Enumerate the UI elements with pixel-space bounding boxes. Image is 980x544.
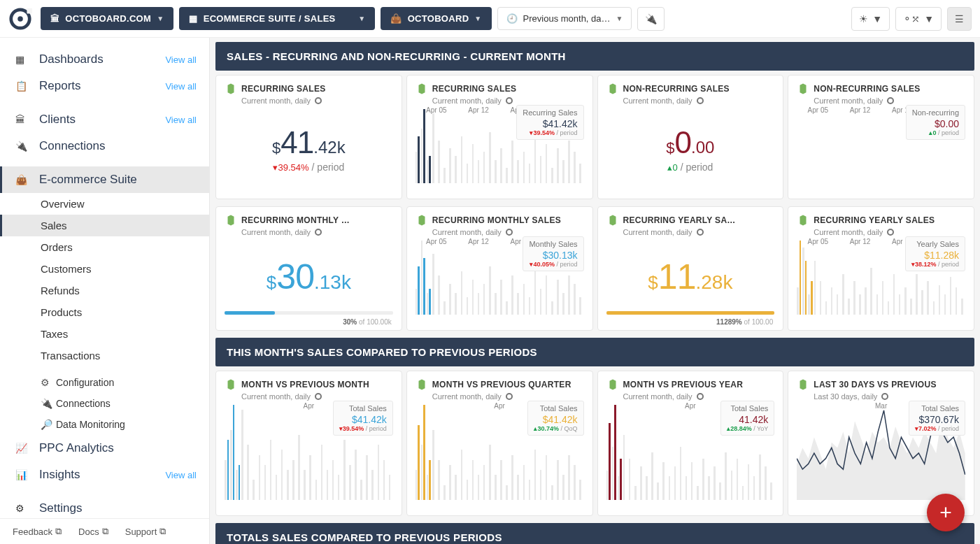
chart-overlay: Total Sales $41.42k ▴30.74% / QoQ: [527, 401, 583, 436]
nav-configuration[interactable]: ⚙Configuration: [0, 372, 209, 393]
nav-connections-sub[interactable]: 🔌Connections: [0, 393, 209, 414]
shopify-icon: [606, 378, 619, 391]
suite-label: ECOMMERCE SUITE / SALES: [204, 13, 336, 24]
hamburger-icon: ☰: [955, 13, 964, 24]
shopify-icon: [606, 214, 619, 227]
ppc-icon: 📈: [15, 443, 29, 454]
feedback-link[interactable]: Feedback⧉: [13, 526, 62, 537]
share-dropdown[interactable]: ⚬⤱▼: [895, 7, 942, 31]
org-label: OCTOBOARD.COM: [65, 13, 151, 24]
viewall-link[interactable]: View all: [165, 115, 197, 125]
chart-overlay: Recurring Sales $41.42k ▾39.54% / period: [516, 105, 583, 140]
card-recurring-monthly-number[interactable]: RECURRING MONTHLY … Current month, daily…: [215, 206, 402, 331]
section-header-2: THIS MONTH'S SALES COMPARED TO PREVIOUS …: [215, 338, 974, 366]
gear-icon: ⚙: [41, 377, 50, 388]
bar-chart: Yearly Sales $11.28k ▾38.12% / period Ap…: [797, 236, 965, 324]
shopify-icon: [225, 214, 237, 227]
card-nonrecurring-sales-number[interactable]: NON-RECURRING SALES Current month, daily…: [597, 75, 784, 199]
nav-products[interactable]: Products: [0, 301, 209, 323]
external-icon: ⧉: [55, 526, 62, 537]
card-month-vs-prev-year[interactable]: MONTH VS PREVIOUS YEAR Current month, da…: [597, 371, 784, 516]
bar-chart: Total Sales 41.42k ▴28.84% / YoY Apr: [606, 401, 775, 510]
nav-sales[interactable]: Sales: [0, 215, 209, 236]
bar-chart: Recurring Sales $41.42k ▾39.54% / period…: [416, 105, 584, 193]
section-header-3: TOTALS SALES COMPARED TO PREVIOUS PERIOD…: [215, 523, 974, 544]
theme-dropdown[interactable]: ☀▼: [851, 7, 890, 31]
bar-chart: Monthly Sales $30.13k ▾40.05% / period A…: [416, 236, 584, 324]
target-icon: [887, 229, 894, 236]
bar-chart: Total Sales $41.42k ▴30.74% / QoQ Apr: [416, 401, 584, 510]
viewall-link[interactable]: View all: [165, 81, 197, 92]
card-recurring-yearly-number[interactable]: RECURRING YEARLY SA… Current month, dail…: [597, 206, 784, 331]
clients-icon: 🏛: [15, 114, 29, 125]
shopify-icon: [606, 83, 619, 95]
nav-dashboards[interactable]: ▦ Dashboards View all: [0, 46, 209, 73]
chart-overlay: Total Sales $370.67k ▾7.02% / period: [909, 401, 965, 436]
nav-overview[interactable]: Overview: [0, 193, 209, 215]
target-icon: [887, 97, 894, 104]
nav-ecommerce[interactable]: 👜 E-commerce Suite: [0, 166, 209, 193]
sidebar: ▦ Dashboards View all 📋 Reports View all…: [0, 0, 210, 544]
shopify-icon: [416, 83, 428, 95]
svg-rect-2: [27, 8, 32, 13]
building-icon: 🏛: [50, 13, 59, 24]
target-icon: [506, 97, 513, 104]
external-icon: ⧉: [102, 526, 108, 537]
card-recurring-sales-number[interactable]: RECURRING SALES Current month, daily $41…: [215, 75, 402, 199]
nav-insights[interactable]: 📊 Insights View all: [0, 461, 209, 488]
support-link[interactable]: Support⧉: [125, 526, 166, 537]
chevron-down-icon: ▼: [616, 15, 623, 22]
line-chart: Total Sales $370.67k ▾7.02% / period Mar: [797, 401, 965, 510]
nav-taxes[interactable]: Taxes: [0, 323, 209, 345]
target-icon: [315, 393, 322, 400]
progress-bar: [225, 311, 393, 315]
shopify-icon: [797, 378, 809, 391]
card-month-vs-prev-quarter[interactable]: MONTH VS PREVIOUS QUARTER Current month,…: [406, 371, 593, 516]
connections-icon: 🔌: [15, 141, 29, 152]
clock-icon: 🕘: [506, 13, 518, 24]
target-icon: [315, 229, 322, 236]
docs-link[interactable]: Docs⧉: [78, 526, 108, 537]
card-month-vs-prev-month[interactable]: MONTH VS PREVIOUS MONTH Current month, d…: [215, 371, 402, 516]
nav-orders[interactable]: Orders: [0, 236, 209, 258]
menu-button[interactable]: ☰: [947, 7, 972, 31]
add-fab[interactable]: +: [927, 494, 965, 531]
client-dropdown[interactable]: 👜 OCTOBOARD ▼: [381, 7, 491, 30]
card-recurring-yearly-chart[interactable]: RECURRING YEARLY SALES Current month, da…: [788, 206, 974, 331]
dashboard-icon: ▦: [189, 13, 197, 24]
org-dropdown[interactable]: 🏛 OCTOBOARD.COM ▼: [41, 7, 173, 30]
nav-reports[interactable]: 📋 Reports View all: [0, 73, 209, 99]
chart-overlay: Monthly Sales $30.13k ▾40.05% / period: [523, 236, 583, 271]
app-logo: [8, 7, 32, 31]
period-label: Previous month, da…: [523, 13, 611, 24]
plug-button[interactable]: 🔌: [637, 7, 665, 31]
chart-overlay: Non-recurring $0.00 ▴0 / period: [906, 105, 965, 140]
nav-refunds[interactable]: Refunds: [0, 280, 209, 301]
nav-data-monitoring[interactable]: 🔎Data Monitoring: [0, 414, 209, 435]
gear-icon: ⚙: [15, 503, 29, 514]
bar-chart: Non-recurring $0.00 ▴0 / period Apr 05Ap…: [797, 105, 965, 193]
chart-overlay: Total Sales 41.42k ▴28.84% / YoY: [720, 401, 774, 436]
cards-row-1: RECURRING SALES Current month, daily $41…: [215, 75, 974, 199]
card-recurring-sales-chart[interactable]: RECURRING SALES Current month, daily Rec…: [406, 75, 593, 199]
card-recurring-monthly-chart[interactable]: RECURRING MONTHLY SALES Current month, d…: [406, 206, 593, 331]
target-icon: [506, 393, 513, 400]
nav-ppc[interactable]: 📈 PPC Analytics: [0, 435, 209, 461]
period-dropdown[interactable]: 🕘 Previous month, da… ▼: [497, 7, 632, 30]
target-icon: [697, 97, 704, 104]
nav-clients[interactable]: 🏛 Clients View all: [0, 106, 209, 133]
viewall-link[interactable]: View all: [165, 470, 197, 480]
progress-bar: [606, 311, 775, 315]
nav-customers[interactable]: Customers: [0, 258, 209, 280]
plus-icon: +: [939, 501, 952, 524]
shopify-icon: [416, 378, 428, 391]
suite-dropdown[interactable]: ▦ ECOMMERCE SUITE / SALES ▼: [179, 7, 375, 30]
viewall-link[interactable]: View all: [165, 55, 197, 65]
chart-overlay: Total Sales $41.42k ▾39.54% / period: [333, 401, 393, 436]
dashboards-icon: ▦: [15, 54, 29, 65]
nav-transactions[interactable]: Transactions: [0, 345, 209, 366]
nav-connections[interactable]: 🔌 Connections: [0, 133, 209, 159]
sidebar-footer: Feedback⧉ Docs⧉ Support⧉: [0, 518, 209, 544]
card-nonrecurring-sales-chart[interactable]: NON-RECURRING SALES Current month, daily…: [788, 75, 974, 199]
nav-settings[interactable]: ⚙ Settings: [0, 495, 209, 518]
